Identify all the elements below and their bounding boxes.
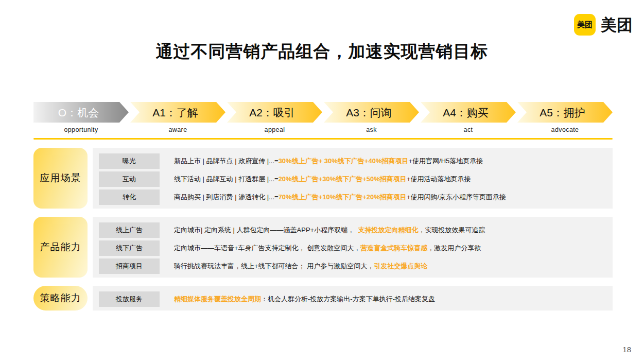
funnel-stage-sublabel-act: act bbox=[421, 126, 516, 133]
section-label: 策略能力 bbox=[33, 286, 88, 311]
row-tag: 投放服务 bbox=[99, 291, 160, 307]
content-row: 曝光新品上市 | 品牌节点 | 政府宣传 |...=30%线上广告+ 30%线下… bbox=[99, 153, 607, 169]
content-row: 招商项目骑行挑战赛玩法丰富，线上+线下都可结合； 用户参与激励空间大，引发社交爆… bbox=[99, 258, 607, 274]
highlighted-text: 营造盲盒式骑车惊喜感 bbox=[360, 244, 427, 252]
highlighted-text: 精细媒体服务覆盖投放全周期 bbox=[174, 295, 261, 303]
section-panel: 投放服务精细媒体服务覆盖投放全周期：机会人群分析-投放方案输出-方案下单执行-投… bbox=[93, 286, 613, 311]
content-row: 投放服务精细媒体服务覆盖投放全周期：机会人群分析-投放方案输出-方案下单执行-投… bbox=[99, 291, 607, 307]
plain-text: ，激发用户分享欲 bbox=[427, 244, 481, 252]
funnel-stage-sublabel-aware: aware bbox=[130, 126, 225, 133]
meituan-logo-icon: 美团 bbox=[574, 14, 596, 36]
content-row: 互动线下活动 | 品牌互动 | 打透群层 |...=20%线上广告+30%线下广… bbox=[99, 171, 607, 187]
funnel-divider-line bbox=[33, 138, 613, 140]
plain-text: +使用闪购/京东小程序等页面承接 bbox=[407, 193, 506, 201]
funnel-stage-act: A4：购买 bbox=[421, 102, 516, 123]
section-panel: 曝光新品上市 | 品牌节点 | 政府宣传 |...=30%线上广告+ 30%线下… bbox=[93, 148, 613, 209]
row-text: 商品购买 | 到店消费 | 渗透转化 |...=70%线上广告+10%线下广告+… bbox=[174, 193, 506, 202]
content-sections: 应用场景曝光新品上市 | 品牌节点 | 政府宣传 |...=30%线上广告+ 3… bbox=[33, 148, 613, 319]
highlighted-text: 70%线上广告+10%线下广告+20%招商项目 bbox=[279, 193, 407, 201]
funnel-stage-sublabel-opportunity: opportunity bbox=[33, 126, 129, 133]
meituan-logo: 美团 美团 bbox=[574, 14, 633, 36]
funnel-stage-sublabel-advocate: advocate bbox=[517, 126, 613, 133]
row-tag: 转化 bbox=[99, 189, 160, 205]
funnel-stage-appeal: A2：吸引 bbox=[227, 102, 322, 123]
highlighted-text: 引发社交爆点舆论 bbox=[374, 262, 427, 270]
plain-text: ：机会人群分析-投放方案输出-方案下单执行-投后结案复盘 bbox=[261, 295, 435, 303]
slide-title: 通过不同营销产品组合，加速实现营销目标 bbox=[0, 40, 644, 63]
row-text: 定向城市| 定向系统 | 人群包定向——涵盖APP+小程序双端， 支持投放定向精… bbox=[174, 226, 485, 235]
funnel-stage-aware: A1：了解 bbox=[130, 102, 225, 123]
plain-text: 线下活动 | 品牌互动 | 打透群层 |...= bbox=[174, 175, 279, 183]
marketing-funnel-diagram: O：机会A1：了解A2：吸引A3：问询A4：购买A5：拥护 opportunit… bbox=[33, 102, 613, 140]
content-row: 线上广告定向城市| 定向系统 | 人群包定向——涵盖APP+小程序双端， 支持投… bbox=[99, 222, 607, 238]
meituan-logo-text: 美团 bbox=[601, 17, 633, 33]
highlighted-text: 30%线上广告+ 30%线下广告+40%招商项目 bbox=[279, 157, 409, 165]
section-3: 策略能力投放服务精细媒体服务覆盖投放全周期：机会人群分析-投放方案输出-方案下单… bbox=[33, 286, 613, 311]
page-number: 18 bbox=[622, 345, 631, 354]
row-text: 精细媒体服务覆盖投放全周期：机会人群分析-投放方案输出-方案下单执行-投后结案复… bbox=[174, 295, 435, 304]
plain-text: ，实现投放效果可追踪 bbox=[418, 226, 485, 234]
row-text: 新品上市 | 品牌节点 | 政府宣传 |...=30%线上广告+ 30%线下广告… bbox=[174, 157, 483, 166]
plain-text: 定向城市——车语音+车身广告支持定制化， 创意发散空间大， bbox=[174, 244, 360, 252]
row-tag: 线下广告 bbox=[99, 240, 160, 256]
plain-text: 新品上市 | 品牌节点 | 政府宣传 |...= bbox=[174, 157, 279, 165]
section-label: 产品能力 bbox=[33, 217, 88, 278]
funnel-stage-ask: A3：问询 bbox=[324, 102, 419, 123]
funnel-stage-row: O：机会A1：了解A2：吸引A3：问询A4：购买A5：拥护 bbox=[33, 102, 613, 123]
slide: 美团 美团 通过不同营销产品组合，加速实现营销目标 O：机会A1：了解A2：吸引… bbox=[0, 0, 644, 362]
content-row: 线下广告定向城市——车语音+车身广告支持定制化， 创意发散空间大，营造盲盒式骑车… bbox=[99, 240, 607, 256]
funnel-stage-sublabel-ask: ask bbox=[324, 126, 419, 133]
row-tag: 曝光 bbox=[99, 153, 160, 169]
row-tag: 互动 bbox=[99, 171, 160, 187]
funnel-stage-opportunity: O：机会 bbox=[33, 102, 129, 123]
row-tag: 招商项目 bbox=[99, 258, 160, 274]
plain-text: 商品购买 | 到店消费 | 渗透转化 |...= bbox=[174, 193, 279, 201]
plain-text: +使用活动落地页承接 bbox=[407, 175, 471, 183]
section-panel: 线上广告定向城市| 定向系统 | 人群包定向——涵盖APP+小程序双端， 支持投… bbox=[93, 217, 613, 278]
funnel-sublabel-row: opportunityawareappealaskactadvocate bbox=[33, 126, 613, 133]
funnel-stage-advocate: A5：拥护 bbox=[517, 102, 613, 123]
funnel-stage-sublabel-appeal: appeal bbox=[227, 126, 322, 133]
row-text: 线下活动 | 品牌互动 | 打透群层 |...=20%线上广告+30%线下广告+… bbox=[174, 175, 471, 184]
plain-text: 骑行挑战赛玩法丰富，线上+线下都可结合； 用户参与激励空间大， bbox=[174, 262, 374, 270]
row-tag: 线上广告 bbox=[99, 222, 160, 238]
plain-text: 定向城市| 定向系统 | 人群包定向——涵盖APP+小程序双端， bbox=[174, 226, 358, 234]
section-2: 产品能力线上广告定向城市| 定向系统 | 人群包定向——涵盖APP+小程序双端，… bbox=[33, 217, 613, 278]
highlighted-text: 20%线上广告+30%线下广告+50%招商项目 bbox=[279, 175, 407, 183]
highlighted-text: 支持投放定向精细化 bbox=[358, 226, 418, 234]
content-row: 转化商品购买 | 到店消费 | 渗透转化 |...=70%线上广告+10%线下广… bbox=[99, 189, 607, 205]
plain-text: +使用官网/H5落地页承接 bbox=[408, 157, 483, 165]
section-1: 应用场景曝光新品上市 | 品牌节点 | 政府宣传 |...=30%线上广告+ 3… bbox=[33, 148, 613, 209]
section-label: 应用场景 bbox=[33, 148, 88, 209]
row-text: 骑行挑战赛玩法丰富，线上+线下都可结合； 用户参与激励空间大，引发社交爆点舆论 bbox=[174, 262, 427, 271]
row-text: 定向城市——车语音+车身广告支持定制化， 创意发散空间大，营造盲盒式骑车惊喜感，… bbox=[174, 244, 481, 253]
